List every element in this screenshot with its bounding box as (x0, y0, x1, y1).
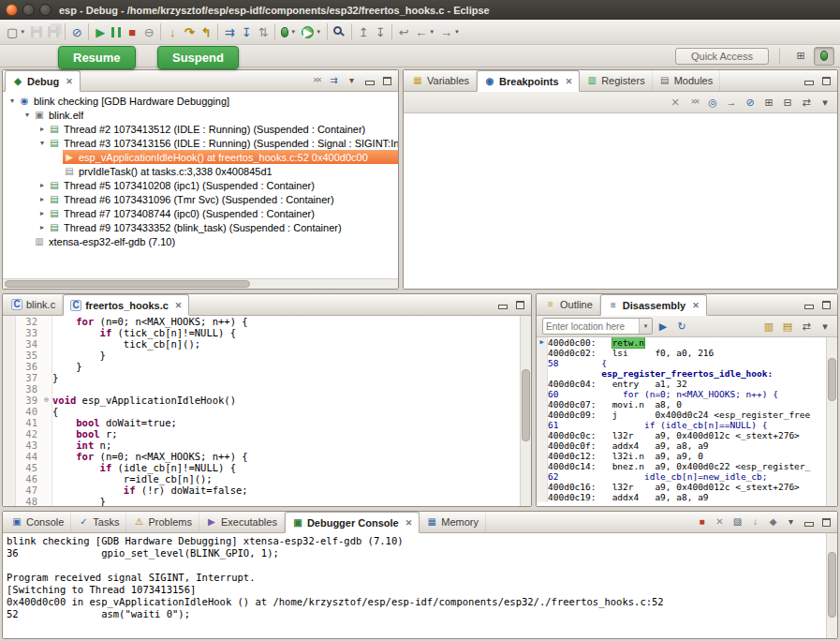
disassembly-line[interactable]: 400d0c0c: l32r a9, 0x400d012c <_stext+27… (537, 430, 826, 440)
editor-line[interactable]: 36 } (3, 361, 520, 372)
go-to-file-button[interactable]: → (723, 94, 740, 111)
drop-to-frame-button[interactable]: ↧ (238, 22, 255, 43)
disassembly-line[interactable]: 400d0c0f: addx4 a9, a8, a9 (537, 440, 826, 451)
debug-tree-item[interactable]: ▸▤Thread #2 1073413512 (IDLE : Running) … (3, 122, 398, 136)
tree-expander-icon[interactable]: ▸ (37, 125, 48, 133)
disassembly-line[interactable]: 400d0c02: lsi f0, a0, 216 (537, 348, 826, 358)
maximize-button[interactable] (818, 297, 834, 313)
editor-line[interactable]: 42 bool r; (3, 428, 520, 440)
editor-vertical-scrollbar[interactable] (520, 316, 531, 506)
maximize-button[interactable] (379, 73, 395, 89)
debug-tree-item[interactable]: ▤prvIdleTask() at tasks.c:3,338 0x400845… (3, 164, 398, 178)
forward-button[interactable]: →▼ (437, 22, 463, 43)
scrollbar-thumb[interactable] (828, 358, 836, 402)
disassembly-content[interactable]: ▶400d0c00: retw.n400d0c02: lsi f0, a0, 2… (537, 337, 826, 506)
close-tab-icon[interactable]: ✕ (566, 77, 573, 86)
back-button[interactable]: ←▼ (412, 22, 437, 43)
debug-tree-item[interactable]: ▾▤Thread #3 1073413156 (IDLE : Running) … (3, 136, 398, 150)
tab-blink-c[interactable]: Cblink.c (5, 294, 63, 315)
view-menu-button[interactable]: ▾ (817, 94, 833, 111)
tab-memory[interactable]: ▦Memory (420, 512, 486, 532)
editor-line[interactable]: 41 bool doWait=true; (3, 417, 520, 428)
close-tab-icon[interactable]: ✕ (405, 518, 413, 528)
maximize-button[interactable] (512, 297, 528, 313)
editor-line[interactable]: 48 } (3, 496, 520, 506)
quick-access-button[interactable]: Quick Access (675, 48, 769, 65)
next-annotation-button[interactable]: ↧ (372, 22, 389, 43)
navigate-to-pc-button[interactable]: ▶ (655, 318, 671, 335)
editor-line[interactable]: 44 for (n=0; n<MAX_HOOKS; n++) { (3, 451, 520, 462)
debug-tree-item[interactable]: ▾▣blink.elf (3, 108, 398, 122)
editor-line[interactable]: 35 } (3, 350, 520, 361)
editor-line[interactable]: 43 int n; (3, 440, 520, 451)
minimize-button[interactable] (801, 514, 817, 530)
editor-line[interactable]: 47 if (!r) doWait=false; (3, 484, 520, 496)
debug-horizontal-scrollbar[interactable] (3, 278, 398, 289)
editor-line[interactable]: 33 if (tick_cb[n]!=NULL) { (3, 327, 520, 338)
disassembly-line[interactable]: 61 if (idle_cb[n]==NULL) { (537, 420, 826, 430)
refresh-view-button[interactable]: ↻ (673, 318, 690, 335)
editor-line[interactable]: 45 if (idle_cb[n]!=NULL) { (3, 462, 520, 473)
skip-all-breakpoints-button[interactable]: ⊘ (742, 94, 759, 111)
editor-line[interactable]: 38 (3, 383, 520, 395)
debug-tree-item[interactable]: ▸▤Thread #6 1073431096 (Tmr Svc) (Suspen… (3, 192, 398, 206)
console-vertical-scrollbar[interactable] (826, 533, 837, 638)
dropdown-arrow-icon[interactable]: ▼ (20, 29, 25, 35)
link-with-debug-button[interactable]: ⇄ (798, 94, 815, 111)
tree-expander-icon[interactable]: ▾ (7, 97, 18, 105)
minimize-button[interactable] (801, 297, 817, 313)
tab-variables[interactable]: ▦Variables (405, 70, 477, 91)
location-input[interactable] (543, 321, 639, 332)
combo-dropdown-icon[interactable]: ▼ (639, 319, 652, 334)
debug-button[interactable]: ▼ (278, 22, 299, 43)
maximize-button[interactable] (818, 73, 834, 89)
editor-line[interactable]: 39⊖void esp_vApplicationIdleHook() (3, 395, 520, 406)
run-button[interactable]: ▶▼ (299, 22, 324, 43)
use-step-filters-button[interactable]: ⇅ (255, 22, 272, 43)
tab-debug[interactable]: ◆Debug✕ (5, 70, 81, 92)
dropdown-arrow-icon[interactable]: ▼ (429, 29, 435, 35)
tab-problems[interactable]: ⚠Problems (126, 512, 199, 532)
tab-disassembly[interactable]: ≡Disassembly✕ (600, 294, 707, 316)
remove-breakpoint-button[interactable]: ✕ (667, 94, 684, 111)
scroll-lock-button[interactable]: ↓ (747, 514, 763, 530)
terminate-button[interactable]: ■ (124, 22, 140, 43)
link-with-view-button[interactable]: ⇄ (798, 318, 815, 335)
open-perspective-button[interactable]: ⊞ (790, 47, 811, 66)
collapse-all-button[interactable]: ⊟ (779, 94, 796, 111)
disassembly-line[interactable]: 400d0c09: j 0x400d0c24 <esp_register_fre… (537, 410, 826, 420)
disassembly-line[interactable]: 62 idle_cb[n]=new_idle_cb; (537, 471, 826, 482)
tab-tasks[interactable]: ✓Tasks (71, 512, 126, 532)
terminate-console-button[interactable]: ■ (694, 514, 710, 530)
tree-expander-icon[interactable]: ▸ (37, 209, 48, 217)
minimize-button[interactable] (801, 73, 817, 89)
close-tab-icon[interactable]: ✕ (175, 301, 183, 310)
step-over-button[interactable]: ↷ (181, 22, 198, 43)
tree-expander-icon[interactable]: ▾ (37, 139, 48, 147)
view-menu-button[interactable]: ▾ (817, 318, 833, 335)
editor-line[interactable]: 40{ (3, 406, 520, 417)
previous-annotation-button[interactable]: ↥ (355, 22, 372, 43)
editor-line[interactable]: 34 tick_cb[n](); (3, 338, 520, 350)
debug-tree-item[interactable]: ▸▤Thread #9 1073433352 (blink_task) (Sus… (3, 220, 398, 234)
debug-tree-item[interactable]: ▾◉blink checking [GDB Hardware Debugging… (3, 94, 398, 108)
dropdown-arrow-icon[interactable]: ▼ (316, 29, 321, 35)
skip-all-breakpoints-button[interactable]: ⊘ (68, 22, 85, 43)
titlebar[interactable]: esp - Debug - /home/krzysztof/esp/esp-id… (0, 0, 840, 20)
tab-executables[interactable]: ▶Executables (199, 512, 285, 532)
disassembly-line[interactable]: 60 for (n=0; n<MAX_HOOKS; n++) { (537, 389, 826, 399)
tab-debugger-console[interactable]: ▣Debugger Console✕ (285, 512, 420, 533)
search-button[interactable] (331, 22, 348, 43)
remove-launch-button[interactable]: ✕ (712, 514, 728, 530)
suspend-button[interactable] (109, 22, 124, 43)
view-menu-button[interactable]: ▾ (344, 73, 360, 89)
tab-freertos-hooks-c[interactable]: Cfreertos_hooks.c✕ (63, 294, 189, 316)
debug-tree-item[interactable]: ▸▤Thread #5 1073410208 (ipc1) (Suspended… (3, 178, 398, 192)
instruction-stepping-button[interactable]: ⇉ (326, 73, 342, 89)
step-into-button[interactable]: ↓ (164, 22, 181, 43)
last-edit-location-button[interactable]: ↩ (395, 22, 412, 43)
tab-modules[interactable]: ▤Modules (653, 70, 721, 91)
debug-tree-item[interactable]: ▶esp_vApplicationIdleHook() at freertos_… (3, 150, 398, 164)
close-tab-icon[interactable]: ✕ (66, 77, 73, 86)
disassembly-line[interactable]: 400d0c16: l32r a9, 0x400d012c <_stext+27… (537, 482, 826, 492)
